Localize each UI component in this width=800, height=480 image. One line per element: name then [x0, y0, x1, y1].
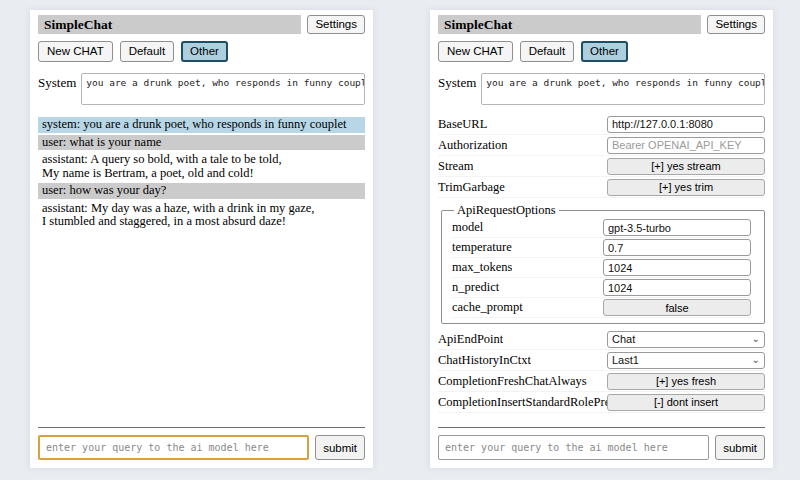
app-title: SimpleChat — [38, 15, 301, 34]
n-predict-label: n_predict — [452, 280, 499, 295]
completion-insert-standard-role-prefix-label: CompletionInsertStandardRolePrefix — [438, 395, 607, 410]
temperature-label: temperature — [452, 240, 512, 255]
system-prompt-input[interactable]: you are a drunk poet, who responds in fu… — [481, 73, 765, 105]
settings-row-max-tokens: max_tokens — [452, 258, 751, 278]
chat-history: system: you are a drunk poet, who respon… — [38, 117, 365, 427]
settings-row-authorization: Authorization — [438, 135, 765, 156]
system-label: System — [38, 73, 76, 91]
submit-button[interactable]: submit — [315, 435, 365, 460]
settings-row-completion-fresh-chat-always: CompletionFreshChatAlways [+] yes fresh — [438, 371, 765, 392]
session-default-button[interactable]: Default — [120, 41, 174, 62]
query-footer: submit — [438, 427, 765, 460]
chat-history-in-ctxt-select[interactable]: Last1 ⌄ — [607, 352, 765, 369]
footer-divider — [38, 427, 365, 428]
api-request-options-group: ApiRequestOptions model temperature max_… — [441, 203, 765, 324]
settings-button[interactable]: Settings — [707, 15, 765, 34]
system-prompt-row: System you are a drunk poet, who respond… — [38, 73, 365, 105]
model-input[interactable] — [603, 219, 751, 236]
system-label: System — [438, 73, 476, 91]
chat-message-system: system: you are a drunk poet, who respon… — [38, 117, 365, 133]
chevron-down-icon: ⌄ — [752, 334, 760, 344]
authorization-label: Authorization — [438, 138, 507, 153]
settings-panel: SimpleChat Settings New CHAT Default Oth… — [430, 10, 773, 468]
system-prompt-input[interactable]: you are a drunk poet, who responds in fu… — [81, 73, 365, 105]
submit-button[interactable]: submit — [715, 435, 765, 460]
trimgarbage-toggle-button[interactable]: [+] yes trim — [607, 179, 765, 196]
app-title: SimpleChat — [438, 15, 701, 34]
session-default-button[interactable]: Default — [520, 41, 574, 62]
settings-row-trimgarbage: TrimGarbage [+] yes trim — [438, 177, 765, 198]
cache-prompt-label: cache_prompt — [452, 300, 523, 315]
chat-history-in-ctxt-selected-value: Last1 — [612, 354, 639, 366]
max-tokens-label: max_tokens — [452, 260, 512, 275]
settings-row-cache-prompt: cache_prompt false — [452, 298, 751, 318]
baseurl-input[interactable] — [607, 116, 765, 133]
query-footer: submit — [38, 427, 365, 460]
api-endpoint-selected-value: Chat — [612, 333, 635, 345]
session-toolbar: New CHAT Default Other — [38, 41, 365, 62]
session-other-button[interactable]: Other — [581, 41, 628, 62]
header: SimpleChat Settings — [438, 15, 765, 34]
settings-row-chat-history-in-ctxt: ChatHistoryInCtxt Last1 ⌄ — [438, 350, 765, 371]
api-request-options-legend: ApiRequestOptions — [454, 203, 559, 218]
settings-row-baseurl: BaseURL — [438, 114, 765, 135]
settings-list: BaseURL Authorization Stream [+] yes str… — [438, 114, 765, 413]
settings-button[interactable]: Settings — [307, 15, 365, 34]
settings-row-completion-insert-standard-role-prefix: CompletionInsertStandardRolePrefix [-] d… — [438, 392, 765, 413]
session-toolbar: New CHAT Default Other — [438, 41, 765, 62]
chat-message-user: user: how was your day? — [38, 183, 365, 199]
baseurl-label: BaseURL — [438, 117, 487, 132]
n-predict-input[interactable] — [603, 279, 751, 296]
temperature-input[interactable] — [603, 239, 751, 256]
model-label: model — [452, 220, 483, 235]
chat-message-user: user: what is your name — [38, 135, 365, 151]
stream-label: Stream — [438, 159, 473, 174]
api-endpoint-select[interactable]: Chat ⌄ — [607, 331, 765, 348]
stream-toggle-button[interactable]: [+] yes stream — [607, 158, 765, 175]
query-input[interactable] — [438, 435, 709, 460]
settings-row-stream: Stream [+] yes stream — [438, 156, 765, 177]
completion-insert-standard-role-prefix-toggle-button[interactable]: [-] dont insert — [607, 394, 765, 411]
query-input[interactable] — [38, 435, 309, 460]
chat-history-in-ctxt-label: ChatHistoryInCtxt — [438, 353, 531, 368]
cache-prompt-toggle-button[interactable]: false — [603, 299, 751, 316]
api-endpoint-label: ApiEndPoint — [438, 332, 503, 347]
settings-row-api-endpoint: ApiEndPoint Chat ⌄ — [438, 329, 765, 350]
chevron-down-icon: ⌄ — [752, 355, 760, 365]
settings-row-temperature: temperature — [452, 238, 751, 258]
completion-fresh-chat-always-label: CompletionFreshChatAlways — [438, 374, 587, 389]
completion-fresh-chat-always-toggle-button[interactable]: [+] yes fresh — [607, 373, 765, 390]
system-prompt-row: System you are a drunk poet, who respond… — [438, 73, 765, 105]
chat-panel: SimpleChat Settings New CHAT Default Oth… — [30, 10, 373, 468]
max-tokens-input[interactable] — [603, 259, 751, 276]
chat-message-assistant: assistant: My day was a haze, with a dri… — [38, 201, 365, 230]
chat-message-assistant: assistant: A query so bold, with a tale … — [38, 152, 365, 181]
trimgarbage-label: TrimGarbage — [438, 180, 505, 195]
footer-divider — [438, 427, 765, 428]
settings-row-model: model — [452, 218, 751, 238]
header: SimpleChat Settings — [38, 15, 365, 34]
settings-row-n-predict: n_predict — [452, 278, 751, 298]
new-chat-button[interactable]: New CHAT — [38, 41, 113, 62]
authorization-input[interactable] — [607, 137, 765, 154]
new-chat-button[interactable]: New CHAT — [438, 41, 513, 62]
session-other-button[interactable]: Other — [181, 41, 228, 62]
